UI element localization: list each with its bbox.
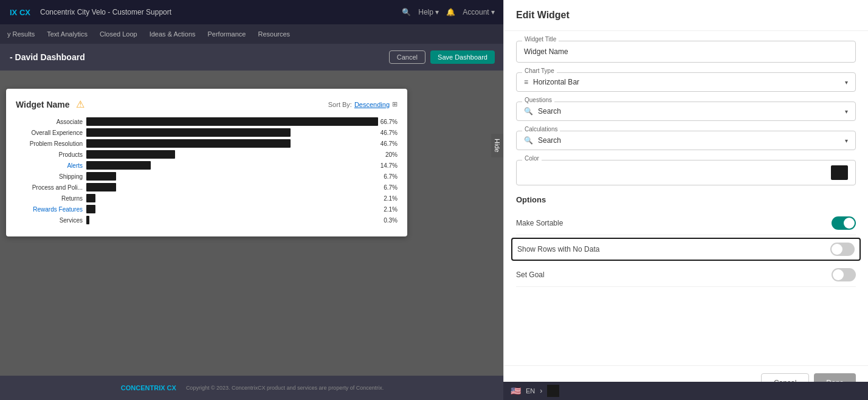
chart-row: Rewards Features 2.1% [16,205,398,213]
questions-label: Questions [522,97,554,103]
bar-row: 2.1% [86,194,398,202]
widget-card-title: Widget Name [16,100,70,109]
questions-select[interactable]: 🔍 Search ▾ [516,102,856,121]
bar-container [86,183,381,191]
make-sortable-option: Make Sortable [516,212,856,235]
bar-value: 66.7% [381,119,398,125]
app-footer: CONCENTRIX CX Copyright © 2023. Concentr… [0,376,505,400]
show-rows-toggle[interactable] [830,243,855,256]
bar-container [86,205,381,213]
chart-row: Associate 66.7% [16,117,398,126]
chart-label[interactable]: Alerts [16,162,83,169]
calculations-group: Calculations 🔍 Search ▾ [516,131,856,150]
bar-fill [86,216,89,224]
bar-row: 46.7% [86,128,398,137]
chart-container: Associate 66.7% Overall Experience 46.7%… [16,117,398,224]
chart-row: Shipping 6.7% [16,172,398,181]
widget-title-row: Widget Name ⚠ [16,98,84,110]
bar-container [86,117,378,126]
color-swatch[interactable] [831,165,848,180]
account-menu[interactable]: Account ▾ [463,8,495,16]
notifications-icon[interactable]: 🔔 [446,8,455,16]
calculations-search-icon: 🔍 [524,136,533,145]
subnav-results[interactable]: y Results [7,30,35,38]
next-arrow[interactable]: › [540,387,542,395]
bar-value: 2.1% [384,206,398,213]
grid-icon[interactable]: ⊞ [392,100,398,108]
widget-title-group: Widget Title [516,41,856,63]
make-sortable-toggle[interactable] [832,216,856,230]
app-title: Concentrix City Velo - Customer Support [40,8,171,16]
widget-card: Widget Name ⚠ Sort By: Descending ⊞ Asso… [6,89,407,236]
bar-container [86,150,383,159]
bar-fill [86,128,291,137]
bar-fill [86,161,151,170]
chart-row: Overall Experience 46.7% [16,128,398,137]
help-menu[interactable]: Help ▾ [418,8,439,16]
chart-label: Shipping [16,173,83,180]
chart-row: Services 0.3% [16,216,398,224]
subnav-resources[interactable]: Resources [258,30,290,38]
bar-fill [86,183,116,191]
subnav-text-analytics[interactable]: Text Analytics [47,30,88,38]
logo: IX CX [10,8,30,17]
sort-by: Sort By: Descending ⊞ [328,100,398,108]
widget-title-input[interactable] [516,41,856,63]
chart-type-select[interactable]: ≡ Horizontal Bar ▾ [516,72,856,92]
chart-label: Problem Resolution [16,140,83,147]
sort-value[interactable]: Descending [354,101,390,108]
options-section-title: Options [516,195,856,204]
bar-container [86,216,381,224]
hide-tab[interactable]: Hide [491,134,503,157]
questions-placeholder: Search [538,107,845,116]
bar-container [86,139,378,148]
make-sortable-label: Make Sortable [516,219,563,227]
footer-text: Copyright © 2023. ConcentrixCX product a… [186,385,384,391]
widget-card-header: Widget Name ⚠ Sort By: Descending ⊞ [16,98,398,110]
save-dashboard-button[interactable]: Save Dashboard [430,50,495,64]
bar-value: 46.7% [381,140,398,147]
chart-label: Associate [16,119,83,125]
bar-container [86,161,378,170]
show-rows-knob [832,244,842,255]
subnav-closed-loop[interactable]: Closed Loop [100,30,137,38]
chart-type-value: Horizontal Bar [533,78,845,86]
chart-label: Products [16,151,83,158]
bar-row: 6.7% [86,172,398,181]
bar-row: 0.3% [86,216,398,224]
bar-container [86,172,381,181]
top-navigation: IX CX Concentrix City Velo - Customer Su… [0,0,505,24]
calculations-label: Calculations [522,126,560,133]
bar-row: 46.7% [86,139,398,148]
bar-fill [86,194,95,202]
language-text: EN [526,387,535,395]
cancel-button[interactable]: Cancel [389,50,425,64]
chart-type-label: Chart Type [522,67,557,74]
set-goal-option: Set Goal [516,263,856,287]
questions-group: Questions 🔍 Search ▾ [516,102,856,121]
bar-value: 14.7% [381,162,398,169]
subnav-performance[interactable]: Performance [208,30,246,38]
widget-title-label: Widget Title [522,36,559,43]
panel-title: Edit Widget [504,0,868,31]
nav-icons: 🔍 Help ▾ 🔔 Account ▾ [402,8,495,16]
chart-label: Returns [16,195,83,202]
calculations-select[interactable]: 🔍 Search ▾ [516,131,856,150]
chart-row: Returns 2.1% [16,194,398,202]
chart-type-group: Chart Type ≡ Horizontal Bar ▾ [516,72,856,92]
search-icon[interactable]: 🔍 [402,8,411,16]
subnav-ideas-actions[interactable]: Ideas & Actions [150,30,196,38]
chart-type-icon: ≡ [524,78,528,86]
bottom-bar: 🇺🇸 EN › [503,382,868,400]
warning-icon: ⚠ [76,99,84,109]
chart-type-arrow: ▾ [845,79,848,86]
chart-label[interactable]: Rewards Features [16,206,83,213]
questions-search-icon: 🔍 [524,107,533,116]
bar-row: 20% [86,150,398,159]
set-goal-toggle[interactable] [832,268,856,281]
chart-label: Services [16,217,83,224]
color-picker-row [516,160,856,185]
calculations-value: Search [538,136,845,145]
dashboard-title: - David Dashboard [10,52,85,62]
chart-row: Process and Poli... 6.7% [16,183,398,191]
